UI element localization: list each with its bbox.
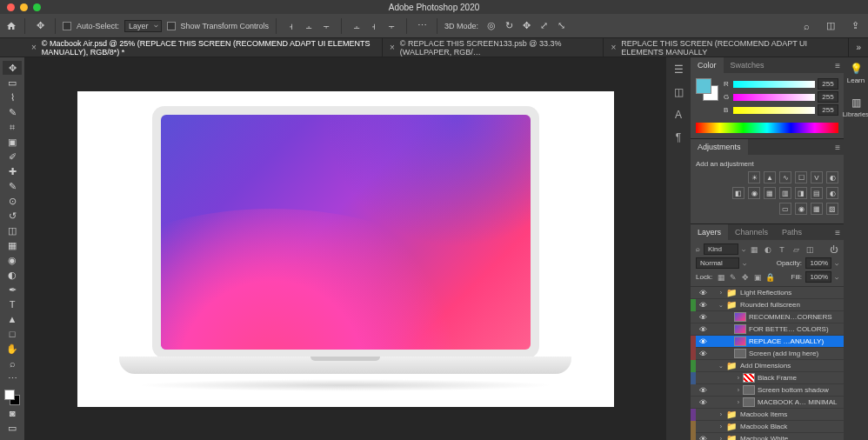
channels-tab[interactable]: Channels (728, 224, 775, 240)
quick-select-tool[interactable]: ✎ (3, 105, 22, 119)
gradient-map-icon[interactable]: ▭ (779, 203, 791, 215)
type-tool[interactable]: T (3, 297, 22, 311)
3d-roll-icon[interactable]: ↻ (501, 18, 517, 34)
swatches-tab[interactable]: Swatches (724, 57, 771, 73)
expand-toggle[interactable]: › (717, 436, 725, 440)
layer-row[interactable]: 👁›MACBOOK A… MINIMAL (691, 397, 844, 409)
paths-tab[interactable]: Paths (775, 224, 809, 240)
align-middle-icon[interactable]: ⫞ (366, 18, 382, 34)
photo-filter-icon[interactable]: ◉ (748, 187, 760, 199)
pen-tool[interactable]: ✒ (3, 283, 22, 297)
threshold-icon[interactable]: ◐ (826, 187, 838, 199)
gradient-tool[interactable]: ▦ (3, 238, 22, 252)
brightness-adj-icon[interactable]: ☀ (748, 171, 760, 183)
stamp-tool[interactable]: ⊙ (3, 194, 22, 208)
lock-pixels-icon[interactable]: ✎ (728, 272, 738, 283)
adjustments-tab[interactable]: Adjustments (691, 139, 748, 155)
move-tool[interactable]: ✥ (3, 61, 22, 75)
layer-row[interactable]: ›Black Frame (691, 372, 844, 384)
quick-mask-icon[interactable]: ◙ (3, 406, 22, 420)
document-tab[interactable]: × REPLACE THIS SCREEN (RECOMMEND ADAPT U… (604, 38, 849, 57)
visibility-toggle[interactable]: 👁 (696, 289, 710, 297)
brush-tool[interactable]: ✎ (3, 179, 22, 193)
visibility-toggle[interactable]: 👁 (696, 337, 710, 346)
layer-row[interactable]: 👁RECOMMEN…CORNERS (691, 311, 844, 323)
history-panel-icon[interactable]: ☰ (671, 63, 685, 77)
layer-row[interactable]: 👁›📁Light Reflections (691, 287, 844, 299)
blue-value[interactable]: 255 (818, 104, 838, 116)
visibility-toggle[interactable]: 👁 (696, 350, 710, 358)
character-panel-icon[interactable]: A (671, 108, 685, 122)
blend-mode-select[interactable]: Normal (696, 257, 739, 269)
hue-adj-icon[interactable]: ◐ (826, 171, 838, 183)
layer-row[interactable]: 👁FOR BETTE… COLORS) (691, 323, 844, 336)
3d-orbit-icon[interactable]: ◎ (484, 18, 499, 34)
filter-smart-icon[interactable]: ◫ (805, 244, 815, 255)
visibility-toggle[interactable]: 👁 (696, 386, 710, 395)
filter-kind-select[interactable]: Kind (704, 243, 738, 255)
libraries-panel-button[interactable]: ▥ Libraries (843, 97, 868, 118)
3d-slide-icon[interactable]: ⤢ (536, 18, 551, 34)
auto-select-mode-select[interactable]: Layer (124, 20, 162, 32)
home-icon[interactable] (5, 20, 17, 32)
color-swatch[interactable] (696, 78, 718, 101)
tab-overflow-icon[interactable]: » (849, 43, 868, 52)
rectangle-tool[interactable]: □ (3, 327, 22, 341)
visibility-toggle[interactable]: 👁 (696, 313, 710, 322)
more-icon[interactable]: ⋯ (414, 18, 430, 34)
layer-row[interactable]: 👁›Screen bottom shadow (691, 384, 844, 397)
filter-shape-icon[interactable]: ▱ (791, 244, 801, 255)
marquee-tool[interactable]: ▭ (3, 76, 22, 90)
red-value[interactable]: 255 (818, 78, 838, 90)
zoom-tool[interactable]: ⌕ (3, 357, 22, 370)
close-tab-icon[interactable]: × (390, 43, 395, 52)
adj-more2-icon[interactable]: ▧ (826, 203, 838, 215)
learn-panel-button[interactable]: 💡 Learn (847, 63, 865, 84)
dodge-tool[interactable]: ◐ (3, 268, 22, 282)
maximize-window-button[interactable] (33, 3, 41, 11)
close-window-button[interactable] (7, 3, 15, 11)
share-icon[interactable]: ⇪ (847, 18, 863, 34)
vibrance-adj-icon[interactable]: V (811, 171, 823, 183)
channel-mixer-icon[interactable]: ▦ (764, 187, 776, 199)
3d-pan-icon[interactable]: ✥ (518, 18, 534, 34)
show-transform-checkbox[interactable] (167, 22, 176, 30)
align-left-icon[interactable]: ⫞ (284, 18, 299, 34)
color-lookup-icon[interactable]: ▥ (779, 187, 791, 199)
history-brush-tool[interactable]: ↺ (3, 209, 22, 223)
document-tab[interactable]: × © REPLACE THIS SCREEN133.psb @ 33.3% (… (383, 38, 604, 57)
expand-toggle[interactable]: ⌄ (717, 363, 725, 370)
red-slider[interactable] (733, 81, 815, 88)
posterize-icon[interactable]: ▤ (811, 187, 823, 199)
edit-toolbar-icon[interactable]: ⋯ (3, 371, 22, 385)
green-slider[interactable] (733, 94, 815, 101)
layer-row[interactable]: ⌄📁Add Dimensions (691, 360, 844, 372)
panel-menu-icon[interactable]: ≡ (831, 143, 844, 152)
align-right-icon[interactable]: ⫟ (318, 18, 334, 34)
document-tab[interactable]: × © Macbook Air.psd @ 25% (REPLACE THIS … (24, 38, 383, 57)
lock-transparent-icon[interactable]: ▦ (716, 272, 726, 283)
layers-tab[interactable]: Layers (691, 224, 728, 240)
paragraph-panel-icon[interactable]: ¶ (671, 130, 685, 144)
layer-row[interactable]: 👁⌄📁Rounded fullscreen (691, 299, 844, 311)
eyedropper-tool[interactable]: ✐ (3, 150, 22, 163)
layer-row[interactable]: ›📁Macbook Black (691, 421, 844, 433)
foreground-background-swatch[interactable] (4, 390, 20, 405)
blur-tool[interactable]: ◉ (3, 253, 22, 267)
expand-toggle[interactable]: › (717, 290, 725, 296)
lasso-tool[interactable]: ⌇ (3, 90, 22, 104)
blue-slider[interactable] (733, 107, 815, 114)
opacity-input[interactable]: 100% (805, 257, 831, 269)
align-center-h-icon[interactable]: ⫠ (301, 18, 317, 34)
visibility-toggle[interactable]: 👁 (696, 301, 710, 310)
layer-row[interactable]: 👁Screen (add Img here) (691, 348, 844, 360)
lock-all-icon[interactable]: 🔒 (765, 272, 775, 283)
filter-toggle-icon[interactable]: ⏻ (828, 244, 838, 255)
layer-row[interactable]: ›📁Macbook Items (691, 409, 844, 421)
layer-row[interactable]: 👁REPLACE …ANUALLY) (691, 336, 844, 348)
panel-menu-icon[interactable]: ≡ (831, 61, 844, 70)
lock-artboard-icon[interactable]: ▣ (752, 272, 763, 283)
eraser-tool[interactable]: ◫ (3, 223, 22, 237)
color-tab[interactable]: Color (691, 57, 724, 73)
selective-color-icon[interactable]: ◉ (795, 203, 807, 215)
